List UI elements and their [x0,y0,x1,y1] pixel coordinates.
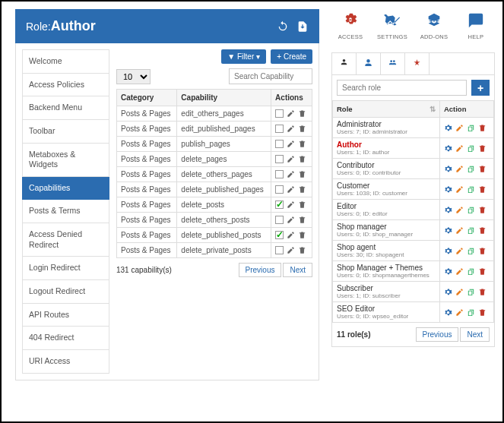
role-name[interactable]: Administrator [337,120,436,128]
role-name[interactable]: Contributor [337,161,436,169]
edit-icon[interactable] [287,140,295,148]
pagesize-select[interactable]: 10 [116,69,151,84]
capability-checkbox[interactable] [275,155,284,163]
delete-icon[interactable] [298,185,306,194]
edit-icon[interactable] [287,185,295,194]
gear-icon[interactable] [444,185,452,194]
col-role[interactable]: Role ⇅ [333,101,440,118]
clone-icon[interactable] [467,267,475,276]
sidenav-item[interactable]: Backend Menu [22,96,109,120]
delete-icon[interactable] [298,216,306,224]
capability-checkbox[interactable] [275,216,284,224]
edit-icon[interactable] [287,109,295,118]
delete-icon[interactable] [298,140,306,148]
clone-icon[interactable] [467,226,475,235]
role-name[interactable]: Shop manager [337,223,436,231]
delete-icon[interactable] [298,109,306,118]
delete-icon[interactable] [478,165,487,173]
tab-roles[interactable] [332,53,357,74]
sidenav-item[interactable]: Welcome [22,49,109,74]
edit-icon[interactable] [455,206,464,214]
quick-add-ons[interactable]: ADD-ONS [417,12,452,40]
role-name[interactable]: SEO Editor [337,305,436,313]
col-category[interactable]: Category [117,90,177,106]
refresh-icon[interactable] [277,21,289,33]
gear-icon[interactable] [444,165,452,173]
capability-checkbox[interactable] [275,170,284,178]
sidenav-item[interactable]: Login Redirect [22,257,109,280]
sidenav-item[interactable]: Logout Redirect [22,280,109,304]
edit-icon[interactable] [287,155,295,163]
sidenav-item[interactable]: Toolbar [22,120,109,144]
capability-checkbox[interactable] [275,231,284,239]
capability-checkbox[interactable] [275,109,284,118]
delete-icon[interactable] [478,288,487,296]
delete-icon[interactable] [478,267,487,276]
capability-search[interactable] [229,68,312,84]
add-role-button[interactable]: + [471,80,490,96]
sidenav-item[interactable]: Access Policies [22,74,109,97]
role-name[interactable]: Shop Manager + Themes [337,264,436,272]
edit-icon[interactable] [287,216,295,224]
delete-icon[interactable] [478,144,487,153]
create-button[interactable]: + Create [271,49,312,64]
capability-checkbox[interactable] [275,200,284,209]
tab-default[interactable] [405,53,430,74]
clone-icon[interactable] [467,144,475,153]
delete-icon[interactable] [298,170,306,178]
role-name[interactable]: Author [337,140,436,149]
sidenav-item[interactable]: Access Denied Redirect [22,223,109,257]
role-name[interactable]: Editor [337,202,436,210]
filter-button[interactable]: ▼ Filter ▾ [221,49,266,64]
edit-icon[interactable] [455,185,464,194]
role-prev-button[interactable]: Previous [416,327,459,342]
edit-icon[interactable] [455,165,464,173]
capability-checkbox[interactable] [275,246,284,254]
tab-users[interactable] [357,53,381,74]
role-name[interactable]: Shop agent [337,243,436,251]
edit-icon[interactable] [455,124,464,132]
delete-icon[interactable] [478,206,487,214]
sidenav-item[interactable]: Posts & Terms [22,200,109,223]
delete-icon[interactable] [478,308,487,317]
capability-checkbox[interactable] [275,140,284,148]
export-icon[interactable] [296,21,309,33]
gear-icon[interactable] [444,226,452,235]
role-name[interactable]: Subscriber [337,284,436,292]
role-name[interactable]: Customer [337,182,436,190]
delete-icon[interactable] [298,200,306,209]
quick-help[interactable]: HELP [458,12,493,40]
delete-icon[interactable] [298,231,306,239]
clone-icon[interactable] [467,165,475,173]
edit-icon[interactable] [287,200,295,209]
delete-icon[interactable] [298,155,306,163]
prev-button[interactable]: Previous [239,263,282,277]
gear-icon[interactable] [444,206,452,214]
sidenav-item[interactable]: 404 Redirect [22,327,109,350]
edit-icon[interactable] [287,246,295,254]
gear-icon[interactable] [444,124,452,132]
tab-visitors[interactable] [381,53,405,74]
delete-icon[interactable] [478,247,487,255]
gear-icon[interactable] [444,288,452,296]
clone-icon[interactable] [467,308,475,317]
edit-icon[interactable] [455,144,464,153]
gear-icon[interactable] [444,144,452,153]
capability-checkbox[interactable] [275,185,284,194]
role-next-button[interactable]: Next [460,327,490,342]
edit-icon[interactable] [455,288,464,296]
edit-icon[interactable] [455,308,464,317]
edit-icon[interactable] [287,170,295,178]
quick-settings[interactable]: SETTINGS [375,12,410,40]
sidenav-item[interactable]: API Routes [22,304,109,327]
clone-icon[interactable] [467,247,475,255]
quick-access[interactable]: ACCESS [333,12,368,40]
next-button[interactable]: Next [283,263,312,277]
delete-icon[interactable] [298,125,306,133]
edit-icon[interactable] [455,226,464,235]
edit-icon[interactable] [455,247,464,255]
sidenav-item[interactable]: Capabilities [22,177,109,200]
capability-checkbox[interactable] [275,125,284,133]
delete-icon[interactable] [298,246,306,254]
clone-icon[interactable] [467,124,475,132]
